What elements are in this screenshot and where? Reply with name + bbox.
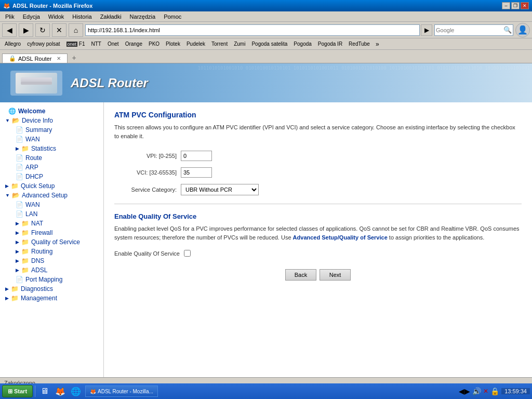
- sidebar-item-routing[interactable]: ▶ 📁 Routing: [0, 247, 103, 256]
- bookmark-pogoda-ir[interactable]: Pogoda IR: [315, 41, 345, 47]
- address-bar: ▶: [85, 24, 432, 36]
- sidebar-item-advanced-setup[interactable]: ▼ 📂 Advanced Setup: [0, 191, 103, 200]
- menu-historia[interactable]: Historia: [69, 13, 95, 20]
- vci-input[interactable]: [181, 167, 212, 178]
- bookmark-torrent[interactable]: Torrent: [209, 41, 230, 47]
- qos-checkbox[interactable]: [184, 250, 191, 257]
- sidebar-item-port-mapping[interactable]: 📄 Port Mapping: [0, 275, 103, 284]
- sidebar-item-dhcp[interactable]: 📄 DHCP: [0, 172, 103, 181]
- forward-button[interactable]: ▶: [19, 23, 33, 37]
- menu-edycja[interactable]: Edycja: [20, 13, 43, 20]
- address-input[interactable]: [85, 24, 420, 36]
- sidebar-item-dns[interactable]: ▶ 📁 DNS: [0, 256, 103, 265]
- bookmark-cyfrowy[interactable]: cyfrowy polsat: [24, 41, 62, 47]
- bookmark-pogoda[interactable]: Pogoda: [291, 41, 314, 47]
- bookmark-plotek[interactable]: Plotek: [163, 41, 183, 47]
- bookmark-pogoda-sat[interactable]: Pogoda satelita: [249, 41, 290, 47]
- search-input[interactable]: [436, 27, 503, 33]
- router-logo: ADSL Router: [71, 76, 148, 90]
- sidebar-item-qos[interactable]: ▶ 📁 Quality of Service: [0, 237, 103, 247]
- sidebar-item-diagnostics[interactable]: ▶ 📁 Diagnostics: [0, 284, 103, 294]
- menu-bar: Plik Edycja Widok Historia Zakładki Narz…: [0, 11, 532, 22]
- taskbar: ⊞ Start 🖥 🦊 🌐 🦊 ADSL Router - Mozilla...…: [0, 383, 532, 399]
- minimize-button[interactable]: –: [502, 2, 510, 9]
- sidebar-item-wan[interactable]: 📄 WAN: [0, 135, 103, 144]
- ql-ie[interactable]: 🌐: [69, 384, 83, 398]
- sidebar-item-route[interactable]: 📄 Route: [0, 153, 103, 163]
- bookmark-f1[interactable]: onet F1: [64, 41, 88, 47]
- menu-plik[interactable]: Plik: [2, 13, 18, 20]
- back-button[interactable]: Back: [285, 269, 316, 281]
- sidebar-item-firewall[interactable]: ▶ 📁 Firewall: [0, 228, 103, 237]
- bookmark-zumi[interactable]: Zumi: [231, 41, 248, 47]
- sidebar-item-arp[interactable]: 📄 ARP: [0, 163, 103, 172]
- folder-icon-mgmt: 📁: [11, 295, 19, 302]
- folder-icon-routing: 📁: [21, 248, 29, 255]
- window-title: ADSL Router - Mozilla Firefox: [12, 3, 92, 9]
- maximize-button[interactable]: ❐: [511, 2, 520, 9]
- bookmark-pko[interactable]: PKO: [146, 41, 162, 47]
- new-tab-button[interactable]: +: [68, 52, 80, 63]
- sidebar-item-adsl[interactable]: ▶ 📁 ADSL: [0, 265, 103, 275]
- vpi-label: VPI: [0-255]: [114, 153, 177, 159]
- bookmark-allegro[interactable]: Allegro: [2, 41, 23, 47]
- start-button[interactable]: ⊞ Start: [2, 385, 33, 397]
- menu-narzedzia[interactable]: Narzędzia: [127, 13, 159, 20]
- vpi-input[interactable]: [181, 151, 212, 161]
- doc-icon-pm: 📄: [16, 276, 23, 283]
- tray-x-icon[interactable]: ✕: [483, 388, 488, 395]
- menu-pomoc[interactable]: Pomoc: [161, 13, 184, 20]
- sidebar-item-quick-setup[interactable]: ▶ 📁 Quick Setup: [0, 181, 103, 191]
- taskbar-firefox-item[interactable]: 🦊 ADSL Router - Mozilla...: [85, 385, 158, 397]
- menu-zakladki[interactable]: Zakładki: [97, 13, 125, 20]
- go-button[interactable]: ▶: [421, 24, 432, 36]
- expand-icon-nat: ▶: [16, 221, 19, 226]
- tray-lock-icon[interactable]: 🔒: [490, 387, 499, 395]
- bookmark-ntt[interactable]: NTT: [88, 41, 103, 47]
- bookmarks-bar: Allegro cyfrowy polsat onet F1 NTT Onet …: [0, 38, 532, 50]
- qos-checkbox-row: Enable Quality Of Service: [114, 250, 522, 257]
- tray-network-icon[interactable]: ◀▶: [459, 387, 470, 395]
- folder-icon-nat: 📁: [21, 220, 29, 227]
- doc-icon-lan: 📄: [16, 210, 23, 218]
- sidebar-item-wan2[interactable]: 📄 WAN: [0, 200, 103, 209]
- ql-show-desktop[interactable]: 🖥: [37, 384, 52, 398]
- profile-button[interactable]: 👤: [515, 23, 530, 37]
- reload-button[interactable]: ↻: [35, 23, 50, 37]
- tab-adsl-router[interactable]: 🔒 ADSL Router ✕: [2, 54, 68, 63]
- doc-icon-route: 📄: [16, 154, 23, 162]
- next-button[interactable]: Next: [320, 269, 351, 281]
- back-button[interactable]: ◀: [2, 23, 17, 37]
- tab-close-icon[interactable]: ✕: [57, 56, 61, 61]
- sidebar-item-statistics[interactable]: ▶ 📁 Statistics: [0, 144, 103, 153]
- expand-icon-as: ▼: [5, 193, 10, 198]
- qos-link[interactable]: Advanced Setup/Quality of Service: [293, 234, 388, 241]
- service-category-select[interactable]: UBR Without PCR UBR With PCR CBR Non Rea…: [181, 184, 259, 195]
- main-content: ATM PVC Configuration This screen allows…: [104, 102, 532, 377]
- ql-firefox[interactable]: 🦊: [53, 384, 68, 398]
- home-button[interactable]: ⌂: [69, 23, 83, 37]
- atm-config-title: ATM PVC Configuration: [114, 111, 522, 119]
- sidebar-item-summary[interactable]: 📄 Summary: [0, 125, 103, 135]
- bookmark-orange[interactable]: Orange: [123, 41, 145, 47]
- tray-volume-icon[interactable]: 🔊: [472, 387, 481, 395]
- sidebar-item-device-info[interactable]: ▼ 📂 Device Info: [0, 116, 103, 125]
- sidebar-item-nat[interactable]: ▶ 📁 NAT: [0, 219, 103, 228]
- stop-button[interactable]: ✕: [52, 23, 66, 37]
- folder-icon-diag: 📁: [11, 285, 19, 292]
- tab-icon: 🔒: [9, 55, 16, 62]
- sidebar-item-welcome[interactable]: 🌐 Welcome: [0, 107, 103, 116]
- close-button[interactable]: ✕: [521, 2, 529, 9]
- more-bookmarks[interactable]: »: [374, 41, 381, 48]
- search-icon[interactable]: 🔍: [503, 26, 512, 34]
- router-header: ADSL Router 1011010101001010 01010100101…: [0, 63, 532, 102]
- menu-widok[interactable]: Widok: [45, 13, 68, 20]
- browser-content: ADSL Router 1011010101001010 01010100101…: [0, 63, 532, 377]
- bookmark-pudelek[interactable]: Pudelek: [184, 41, 208, 47]
- sidebar-item-management[interactable]: ▶ 📁 Management: [0, 294, 103, 303]
- bookmark-redtube[interactable]: RedTube: [346, 41, 373, 47]
- bookmark-onet[interactable]: Onet: [105, 41, 122, 47]
- sidebar-item-lan[interactable]: 📄 LAN: [0, 209, 103, 219]
- folder-icon-qos: 📁: [21, 238, 29, 246]
- folder-open-icon: 📂: [12, 117, 20, 124]
